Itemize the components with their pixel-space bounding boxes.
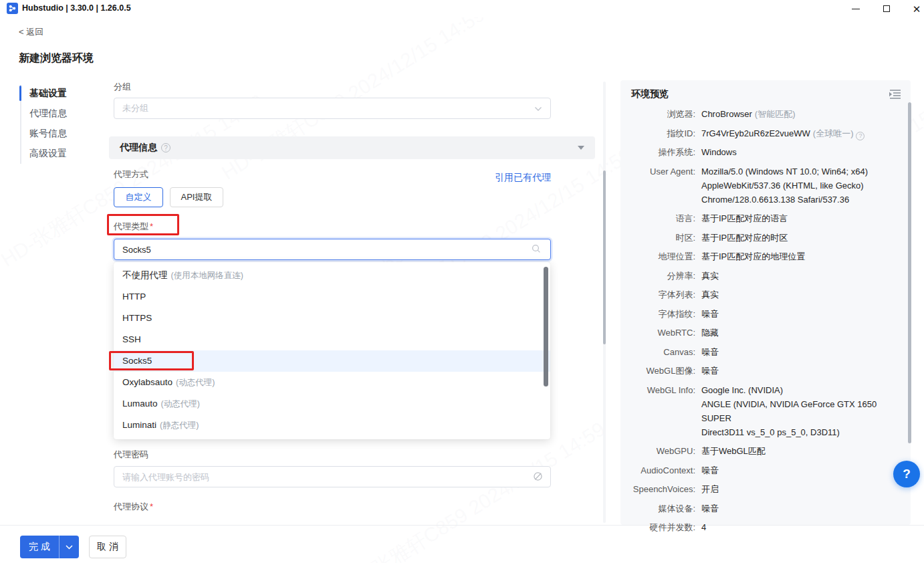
maximize-button[interactable] — [875, 0, 898, 17]
row-value: 基于IP匹配对应的时区 — [701, 231, 788, 245]
group-label: 分组 — [114, 81, 131, 93]
row-label: 浏览器: — [628, 107, 695, 121]
search-icon — [531, 243, 542, 257]
preview-row-browser: 浏览器: ChroBrowser(智能匹配) — [628, 107, 903, 121]
finish-dropdown-button[interactable] — [59, 536, 79, 558]
option-note: (动态代理) — [176, 378, 215, 387]
chevron-down-icon — [534, 102, 542, 114]
row-label: SpeenchVoices: — [628, 482, 695, 496]
preview-row-webgpu: WebGPU: 基于WebGL匹配 — [628, 444, 903, 458]
dropdown-scrollbar[interactable] — [544, 267, 548, 386]
option-name: 不使用代理 — [122, 270, 168, 280]
option-note: (使用本地网络直连) — [171, 271, 243, 280]
row-label: 地理位置: — [628, 249, 695, 263]
dropdown-option-http[interactable]: HTTP — [114, 286, 550, 308]
preview-row-fingerprint-id: 指纹ID: 7rG4VrEyb2uR6zE2vueWW(全球唯一)? — [628, 126, 903, 140]
proxy-type-input[interactable] — [114, 239, 551, 260]
row-value: 开启 — [701, 482, 719, 496]
row-value: 7rG4VrEyb2uR6zE2vueWW(全球唯一)? — [701, 126, 864, 140]
row-value: Mozilla/5.0 (Windows NT 10.0; Win64; x64… — [701, 164, 868, 207]
row-label: 操作系统: — [628, 145, 695, 159]
ua-line: AppleWebKit/537.36 (KHTML, like Gecko) — [701, 179, 868, 193]
dropdown-option-https[interactable]: HTTPS — [114, 308, 550, 329]
page-title: 新建浏览器环境 — [19, 51, 94, 66]
preview-row-webgl-image: WebGL图像: 噪音 — [628, 364, 903, 378]
method-custom-button[interactable]: 自定义 — [114, 187, 163, 207]
row-label: WebGL图像: — [628, 364, 695, 378]
group-select[interactable]: 未分组 — [114, 98, 551, 119]
dropdown-option-lumauto[interactable]: Lumauto(动态代理) — [114, 393, 550, 415]
preview-row-audiocontext: AudioContext: 噪音 — [628, 463, 903, 477]
row-value: 噪音 — [701, 501, 719, 516]
ua-line: Chrome/128.0.6613.138 Safari/537.36 — [701, 193, 868, 207]
option-name: Luminati — [122, 420, 156, 430]
webgl-line: Direct3D11 vs_5_0 ps_5_0, D3D11) — [701, 425, 903, 439]
dropdown-option-luminati[interactable]: Luminati(静态代理) — [114, 415, 550, 436]
row-value-text: ChroBrowser — [701, 109, 752, 119]
sidebar-item-proxy-info[interactable]: 代理信息 — [29, 103, 67, 123]
chevron-down-icon — [66, 545, 73, 550]
row-value: Windows — [701, 145, 737, 159]
row-label: 硬件并发数: — [628, 520, 695, 534]
row-value: 噪音 — [701, 364, 719, 378]
preview-row-font-list: 字体列表: 真实 — [628, 288, 903, 302]
proxy-password-label: 代理密码 — [114, 449, 148, 461]
ua-line: Mozilla/5.0 (Windows NT 10.0; Win64; x64… — [701, 164, 868, 179]
row-label: 字体指纹: — [628, 307, 695, 321]
proxy-password-input[interactable] — [114, 466, 551, 487]
proxy-info-section-header[interactable]: 代理信息 ? — [109, 136, 595, 159]
preview-row-canvas: Canvas: 噪音 — [628, 345, 903, 359]
row-value: 基于IP匹配对应的语言 — [701, 211, 788, 225]
proxy-type-label: 代理类型* — [114, 221, 153, 233]
row-value: 基于WebGL匹配 — [701, 444, 766, 458]
preview-row-webrtc: WebRTC: 隐藏 — [628, 326, 903, 340]
dropdown-option-no-proxy[interactable]: 不使用代理(使用本地网络直连) — [114, 265, 550, 286]
dropdown-option-ssh[interactable]: SSH — [114, 329, 550, 350]
help-circle-icon[interactable]: ? — [856, 132, 864, 140]
cancel-button[interactable]: 取 消 — [89, 536, 126, 558]
hubstudio-logo-icon — [7, 3, 18, 14]
close-button[interactable]: ✕ — [905, 0, 924, 17]
help-circle-icon[interactable]: ? — [161, 143, 170, 152]
required-asterisk: * — [150, 501, 153, 512]
row-value: Google Inc. (NVIDIA) ANGLE (NVIDIA, NVID… — [701, 383, 903, 439]
row-value: 基于IP匹配对应的地理位置 — [701, 249, 805, 263]
row-value: 真实 — [701, 288, 719, 302]
preview-row-os: 操作系统: Windows — [628, 145, 903, 159]
title-bar: Hubstudio | 3.30.0 | 1.26.0.5 ✕ — [0, 0, 924, 17]
option-name: HTTPS — [122, 313, 152, 323]
method-api-button[interactable]: API提取 — [170, 187, 223, 207]
option-note: (静态代理) — [160, 421, 199, 430]
row-value: 4 — [701, 520, 706, 534]
row-value: 噪音 — [701, 463, 719, 477]
sidebar-item-basic-settings[interactable]: 基础设置 — [29, 83, 67, 103]
preview-row-timezone: 时区: 基于IP匹配对应的时区 — [628, 231, 903, 245]
window-scrollbar-thumb[interactable] — [908, 102, 911, 443]
eye-off-icon[interactable] — [532, 471, 544, 485]
group-select-value: 未分组 — [122, 102, 534, 114]
collapse-triangle-icon[interactable] — [578, 146, 584, 150]
row-label: User Agent: — [628, 164, 695, 179]
webgl-line: ANGLE (NVIDIA, NVIDIA GeForce GTX 1650 S… — [701, 397, 903, 425]
row-label: 分辨率: — [628, 269, 695, 283]
sidebar-item-advanced-settings[interactable]: 高级设置 — [29, 143, 67, 163]
option-name: Socks5 — [122, 356, 152, 366]
sidebar-item-account-info[interactable]: 账号信息 — [29, 123, 67, 143]
preview-row-hardware-concurrency: 硬件并发数: 4 — [628, 520, 903, 534]
dropdown-option-oxylabsauto[interactable]: Oxylabsauto(动态代理) — [114, 372, 550, 393]
content-scrollbar-thumb[interactable] — [603, 171, 606, 344]
finish-button[interactable]: 完 成 — [20, 536, 59, 558]
proxy-type-label-text: 代理类型 — [114, 221, 148, 231]
row-value: 真实 — [701, 269, 719, 283]
row-note: (全球唯一) — [813, 128, 854, 138]
row-label: 指纹ID: — [628, 126, 695, 140]
preview-row-resolution: 分辨率: 真实 — [628, 269, 903, 283]
back-link[interactable]: < 返回 — [19, 26, 43, 38]
minimize-button[interactable] — [844, 0, 867, 17]
row-label: Canvas: — [628, 345, 695, 359]
collapse-panel-icon[interactable] — [888, 89, 901, 102]
row-label: WebGL Info: — [628, 383, 695, 397]
dropdown-option-socks5[interactable]: Socks5 — [114, 350, 550, 372]
help-fab-button[interactable]: ? — [893, 461, 920, 487]
reuse-existing-proxy-link[interactable]: 引用已有代理 — [114, 172, 551, 184]
